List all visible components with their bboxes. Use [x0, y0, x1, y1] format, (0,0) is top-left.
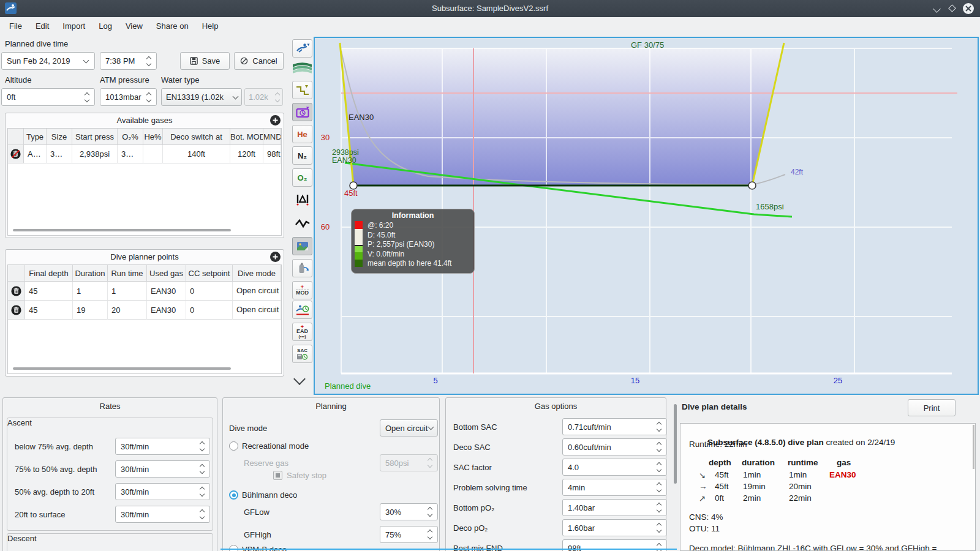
point-cell[interactable]: 0	[186, 301, 233, 320]
toolbar-photos-button[interactable]	[292, 237, 312, 255]
ascent-rate-spinner-2[interactable]: 30ft/min	[115, 460, 210, 478]
delete-point-button[interactable]	[8, 301, 25, 320]
dive-mode-dropdown[interactable]: Open circuit	[380, 419, 438, 437]
toolbar-scroll-down-icon[interactable]	[293, 373, 306, 385]
points-col-runtime[interactable]: Run time	[108, 265, 147, 282]
points-col-ccsetpoint[interactable]: CC setpoint	[186, 265, 233, 282]
toolbar-sac-button[interactable]: SAC	[292, 345, 312, 363]
water-type-dropdown[interactable]: EN13319 (1.02k	[161, 88, 242, 106]
bottom-sac-spinner[interactable]: 0.71cuft/min	[562, 418, 667, 435]
gases-table: Type Size Start press O₂% He% Deco switc…	[7, 128, 282, 236]
cancel-button[interactable]: Cancel	[234, 52, 284, 70]
gases-col-type[interactable]: Type	[24, 129, 47, 145]
toolbar-he-graph-button[interactable]: He	[292, 125, 312, 143]
point-cell[interactable]: Open circuit	[233, 301, 281, 320]
dive-profile-chart[interactable]: GF 30/75 30 60 5 15 25 EAN30 2938psi EAN…	[314, 37, 979, 395]
deco-po2-spinner[interactable]: 1.60bar	[562, 519, 667, 536]
gases-col-mnd[interactable]: MND	[263, 129, 281, 145]
point-cell[interactable]: 45	[25, 301, 73, 320]
point-cell[interactable]: 1	[73, 282, 108, 301]
sac-factor-spinner[interactable]: 4.0	[562, 459, 667, 476]
gas-type-cell[interactable]: A…	[24, 145, 47, 163]
plan-details-vscrollbar[interactable]	[973, 425, 974, 469]
buhlmann-deco-radio[interactable]	[229, 490, 238, 500]
points-col-finaldepth[interactable]: Final depth	[25, 265, 73, 282]
menu-view[interactable]: View	[119, 18, 149, 34]
toolbar-ead-button[interactable]: +EAD(•••)	[292, 323, 312, 341]
point-cell[interactable]: EAN30	[147, 301, 186, 320]
dive-date-dropdown[interactable]: Sun Feb 24, 2019	[1, 52, 95, 70]
gases-col-size[interactable]: Size	[47, 129, 72, 145]
toolbar-waves-button[interactable]	[292, 58, 312, 77]
delete-point-button[interactable]	[8, 282, 25, 301]
point-cell[interactable]: 1	[108, 282, 147, 301]
toolbar-tank-change-button[interactable]	[292, 259, 312, 277]
titlebar: Subsurface: SampleDivesV2.ssrf	[0, 0, 980, 17]
gas-size-cell[interactable]: 3…	[47, 145, 72, 163]
toolbar-time-button[interactable]	[292, 103, 312, 121]
gases-col-o2[interactable]: O₂%	[118, 129, 143, 145]
point-cell[interactable]: 0	[186, 282, 233, 301]
point-cell[interactable]: 45	[25, 282, 73, 301]
menu-log[interactable]: Log	[92, 18, 119, 34]
atm-pressure-value: 1013mbar	[105, 92, 141, 102]
points-col-duration[interactable]: Duration	[73, 265, 108, 282]
spinner-arrows[interactable]	[85, 93, 94, 102]
toolbar-ndl-button[interactable]	[292, 301, 312, 319]
gas-botmod-cell[interactable]: 120ft	[230, 145, 263, 163]
menu-import[interactable]: Import	[56, 18, 92, 34]
toolbar-o2-graph-button[interactable]: O₂	[292, 168, 312, 187]
dive-time-spinner[interactable]: 7:38 PM	[100, 52, 157, 70]
menu-share-on[interactable]: Share on	[149, 18, 195, 34]
ascent-rate-spinner-1[interactable]: 30ft/min	[115, 438, 210, 455]
points-hscrollbar[interactable]	[13, 367, 231, 370]
gas-decoswitch-cell[interactable]: 140ft	[163, 145, 230, 163]
profile-handle[interactable]	[748, 182, 756, 189]
bottom-po2-spinner[interactable]: 1.40bar	[562, 499, 667, 516]
spinner-arrows[interactable]	[147, 93, 156, 102]
atm-pressure-spinner[interactable]: 1013mbar	[100, 88, 157, 106]
gflow-spinner[interactable]: 30%	[380, 503, 438, 520]
recreational-mode-radio[interactable]	[229, 441, 238, 451]
toolbar-profile-steps-button[interactable]	[292, 81, 312, 99]
add-point-button[interactable]	[270, 252, 281, 262]
ascent-rate-spinner-3[interactable]: 30ft/min	[115, 483, 210, 500]
problem-solving-time-spinner[interactable]: 4min	[562, 479, 667, 496]
deco-sac-spinner[interactable]: 0.60cuft/min	[562, 438, 667, 455]
gases-hscrollbar[interactable]	[13, 229, 231, 231]
altitude-spinner[interactable]: 0ft	[1, 88, 95, 106]
toolbar-n2-graph-button[interactable]: N₂	[292, 146, 312, 165]
save-button[interactable]: Save	[180, 52, 230, 70]
points-col-usedgas[interactable]: Used gas	[147, 265, 186, 282]
gases-col-decoswitch[interactable]: Deco switch at	[163, 129, 230, 145]
gfhigh-spinner[interactable]: 75%	[380, 526, 438, 543]
delete-gas-button[interactable]	[8, 145, 24, 163]
gas-mnd-cell[interactable]: 98ft	[263, 145, 281, 163]
point-cell[interactable]: EAN30	[147, 282, 186, 301]
toolbar-dive-computer-button[interactable]	[292, 39, 312, 58]
settings-vscrollbar[interactable]	[674, 404, 677, 484]
ascent-rate-spinner-4[interactable]: 30ft/min	[115, 506, 210, 523]
point-cell[interactable]: Open circuit	[233, 282, 281, 301]
point-cell[interactable]: 20	[108, 301, 147, 320]
gas-o2-cell[interactable]: 3…	[118, 145, 143, 163]
spinner-arrows[interactable]	[147, 57, 156, 66]
gas-he-cell[interactable]	[143, 145, 163, 163]
gas-startpress-cell[interactable]: 2,938psi	[72, 145, 118, 163]
gases-col-he[interactable]: He%	[143, 129, 163, 145]
point-cell[interactable]: 19	[73, 301, 108, 320]
water-type-label: Water type	[161, 75, 199, 84]
menu-file[interactable]: File	[2, 18, 29, 34]
vpmb-deco-radio[interactable]	[229, 545, 238, 551]
toolbar-mod-button[interactable]: +MOD	[292, 281, 312, 299]
print-button[interactable]: Print	[908, 399, 956, 416]
menu-edit[interactable]: Edit	[29, 18, 56, 34]
points-col-divemode[interactable]: Dive mode	[233, 265, 281, 282]
toolbar-heart-rate-button[interactable]	[292, 214, 312, 233]
gases-col-botmod[interactable]: Bot. MOD	[230, 129, 263, 145]
gases-col-startpress[interactable]: Start press	[72, 129, 118, 145]
close-icon[interactable]	[963, 3, 974, 14]
add-gas-button[interactable]	[270, 115, 281, 126]
toolbar-delta-button[interactable]	[292, 190, 312, 209]
menu-help[interactable]: Help	[195, 18, 225, 34]
